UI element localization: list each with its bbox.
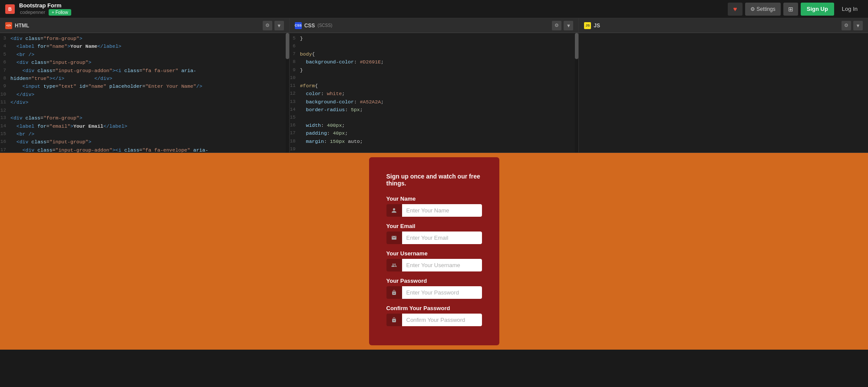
password-input-group xyxy=(386,286,482,299)
password-label: Your Password xyxy=(386,278,482,284)
html-icon: </> xyxy=(5,22,12,29)
js-icon: JS xyxy=(584,22,591,29)
name-input[interactable] xyxy=(402,204,482,217)
code-line: 15 <br /> xyxy=(0,130,289,138)
name-icon xyxy=(386,204,402,217)
email-label: Your Email xyxy=(386,223,482,229)
signup-form-card: Sign up once and watch our free things. … xyxy=(369,157,499,345)
code-line: 5 <br /> xyxy=(0,51,289,59)
html-editor-content[interactable]: 3<div class="form-group"> 4 <label for="… xyxy=(0,33,289,152)
code-line: 16 width: 400px; xyxy=(290,122,579,129)
settings-button[interactable]: ⚙ Settings xyxy=(745,3,781,16)
code-line: 7 <div class="input-group-addon"><i clas… xyxy=(0,67,289,75)
code-line: 4 <label for="name">Your Name</label> xyxy=(0,43,289,50)
email-form-group: Your Email xyxy=(386,223,482,244)
html-code-lines: 3<div class="form-group"> 4 <label for="… xyxy=(0,35,289,151)
email-icon xyxy=(386,232,402,244)
heart-button[interactable]: ♥ xyxy=(728,3,743,16)
password-input[interactable] xyxy=(402,286,482,299)
css-code-lines: 5} 6 7body{ 8 background-color: #D2691E;… xyxy=(290,35,579,151)
code-line: 9} xyxy=(290,66,579,74)
editor-area: </> HTML ⚙ ▼ 3<div class="form-group"> 4… xyxy=(0,18,868,153)
email-input[interactable] xyxy=(402,232,482,244)
code-line: 18 margin: 150px auto; xyxy=(290,138,579,146)
js-editor-tab: JS JS ⚙ ▼ xyxy=(579,18,868,33)
code-line: 11#form{ xyxy=(290,82,579,90)
css-editor-tab: CSS CSS (SCSS) ⚙ ▼ xyxy=(290,18,579,33)
confirm-password-icon xyxy=(386,314,402,326)
code-line: 6 <div class="input-group"> xyxy=(0,59,289,66)
form-tagline: Sign up once and watch our free things. xyxy=(386,173,482,187)
code-line: 6 xyxy=(290,43,579,50)
layout-button[interactable]: ⊞ xyxy=(783,3,798,16)
code-line: 9 <input type="text" id="name" placehold… xyxy=(0,83,289,90)
css-icon: CSS xyxy=(295,22,302,29)
follow-button[interactable]: + Follow xyxy=(49,9,71,16)
css-expand-btn[interactable]: ▼ xyxy=(564,21,573,30)
password-icon xyxy=(386,286,402,299)
js-tab-controls: ⚙ ▼ xyxy=(842,21,863,30)
code-line: 12 color: white; xyxy=(290,90,579,98)
confirm-password-form-group: Confirm Your Password xyxy=(386,305,482,326)
css-tab-sublabel: (SCSS) xyxy=(317,23,332,28)
js-tab-label: JS xyxy=(594,23,600,29)
preview-area: Sign up once and watch our free things. … xyxy=(0,153,868,350)
username-label: Your Username xyxy=(386,250,482,257)
code-line: 11</div> xyxy=(0,99,289,106)
css-settings-btn[interactable]: ⚙ xyxy=(552,21,561,30)
html-editor-panel: </> HTML ⚙ ▼ 3<div class="form-group"> 4… xyxy=(0,18,290,152)
html-tab-label: HTML xyxy=(15,23,29,29)
brand-sub: codepenner xyxy=(20,10,45,15)
css-editor-content[interactable]: 5} 6 7body{ 8 background-color: #D2691E;… xyxy=(290,33,579,152)
code-line: 5} xyxy=(290,35,579,43)
name-input-group xyxy=(386,204,482,217)
js-settings-btn[interactable]: ⚙ xyxy=(842,21,851,30)
code-line: 3<div class="form-group"> xyxy=(0,35,289,43)
code-line: 19 xyxy=(290,146,579,152)
html-settings-btn[interactable]: ⚙ xyxy=(263,21,272,30)
confirm-password-input-group xyxy=(386,314,482,326)
brand-logo: B xyxy=(5,4,15,14)
code-line: 8 background-color: #D2691E; xyxy=(290,58,579,66)
code-line: 8hidden="true"></i> </div> xyxy=(0,75,289,83)
login-nav-button[interactable]: Log In xyxy=(837,3,863,16)
html-tab-controls: ⚙ ▼ xyxy=(263,21,284,30)
username-form-group: Your Username xyxy=(386,250,482,271)
code-line: 14 border-radius: 5px; xyxy=(290,106,579,114)
code-line: 17 padding: 40px; xyxy=(290,129,579,137)
js-editor-content[interactable] xyxy=(579,33,868,152)
code-line: 12 xyxy=(0,107,289,115)
code-line: 13 background-color: #A52A2A; xyxy=(290,98,579,106)
code-line: 16 <div class="input-group"> xyxy=(0,138,289,146)
username-input-group xyxy=(386,259,482,271)
code-line: 7body{ xyxy=(290,50,579,58)
js-editor-panel: JS JS ⚙ ▼ xyxy=(579,18,868,152)
code-line: 17 <div class="input-group-addon"><i cla… xyxy=(0,146,289,152)
username-input[interactable] xyxy=(402,259,482,271)
topnav: B Bootstrap Form codepenner + Follow ♥ ⚙… xyxy=(0,0,868,18)
name-form-group: Your Name xyxy=(386,195,482,217)
html-expand-btn[interactable]: ▼ xyxy=(274,21,284,30)
css-tab-controls: ⚙ ▼ xyxy=(552,21,573,30)
code-line: 10 </div> xyxy=(0,91,289,99)
css-editor-panel: CSS CSS (SCSS) ⚙ ▼ 5} 6 7body{ 8 backgro… xyxy=(290,18,579,152)
signup-nav-button[interactable]: Sign Up xyxy=(801,3,834,16)
confirm-password-input[interactable] xyxy=(402,314,482,326)
code-line: 13<div class="form-group"> xyxy=(0,114,289,122)
html-editor-tab: </> HTML ⚙ ▼ xyxy=(0,18,289,33)
code-line: 15 xyxy=(290,114,579,122)
username-icon xyxy=(386,259,402,271)
password-form-group: Your Password xyxy=(386,278,482,299)
js-expand-btn[interactable]: ▼ xyxy=(853,21,863,30)
confirm-password-label: Confirm Your Password xyxy=(386,305,482,311)
email-input-group xyxy=(386,232,482,244)
nav-right: ♥ ⚙ Settings ⊞ Sign Up Log In xyxy=(728,3,863,16)
brand-name: Bootstrap Form xyxy=(19,2,71,9)
code-line: 14 <label for="email">Your Email</label> xyxy=(0,122,289,130)
code-line: 10 xyxy=(290,74,579,82)
css-tab-label: CSS xyxy=(304,23,315,29)
name-label: Your Name xyxy=(386,195,482,202)
